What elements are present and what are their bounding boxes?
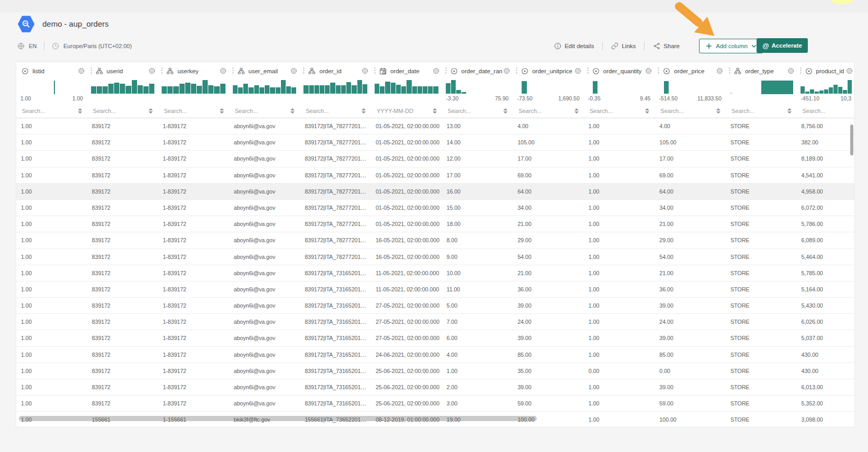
table-row[interactable]: 1.008391721-839172aboyn6i@va.gov839172|I… (16, 249, 854, 265)
column-header-order_id[interactable]: order_id (300, 62, 371, 80)
column-header-order_date_ran[interactable]: order_date_ran (442, 62, 513, 80)
gear-icon[interactable] (574, 67, 582, 75)
sort-icon-order_date_ran[interactable] (503, 108, 508, 114)
sort-icon-order_id[interactable] (362, 108, 366, 114)
table-row[interactable]: 1.008391721-839172aboyn6i@va.gov839172|I… (16, 281, 854, 298)
drag-dots-handle[interactable] (516, 67, 517, 75)
table-row[interactable]: 1.008391721-839172aboyn6i@va.gov839172|I… (16, 184, 854, 200)
histogram-product_id[interactable] (797, 80, 855, 95)
table-row[interactable]: 1.008391721-839172aboyn6i@va.gov839172|I… (16, 298, 854, 314)
histogram-userkey[interactable] (158, 80, 229, 95)
add-column-button[interactable]: Add column (699, 39, 763, 53)
sort-icon-user_email[interactable] (290, 108, 295, 114)
histogram-bar (833, 85, 838, 94)
gear-icon[interactable] (148, 67, 156, 75)
table-row[interactable]: 1.008391721-839172aboyn6i@va.gov839172|I… (16, 216, 854, 232)
gear-icon[interactable] (787, 67, 795, 75)
search-input-order_date[interactable] (376, 107, 424, 115)
sort-icon-listid[interactable] (78, 108, 82, 114)
search-input-order_id[interactable] (305, 107, 353, 115)
column-header-product_id[interactable]: product_id (797, 62, 855, 80)
drag-dots-handle[interactable] (587, 67, 589, 75)
column-header-user_email[interactable]: user_email (229, 62, 300, 80)
search-input-order_date_ran[interactable] (447, 107, 495, 115)
search-input-userid[interactable] (92, 107, 141, 115)
drag-dots-handle[interactable] (303, 67, 305, 75)
gear-icon[interactable] (432, 67, 440, 75)
cell-order_date_ran: 7.00 (442, 314, 513, 330)
search-input-listid[interactable] (21, 107, 70, 115)
gear-icon[interactable] (219, 67, 227, 75)
sort-icon-order_quantity[interactable] (645, 108, 649, 114)
table-row[interactable]: 1.008391721-839172aboyn6i@va.gov839172|I… (16, 151, 854, 167)
column-header-userid[interactable]: userid (87, 62, 159, 80)
vertical-scrollbar[interactable] (850, 125, 853, 155)
table-row[interactable]: 1.008391721-839172aboyn6i@va.gov839172|I… (16, 347, 854, 363)
histogram-listid[interactable] (16, 80, 87, 95)
table-row[interactable]: 1.008391721-839172aboyn6i@va.gov839172|I… (16, 167, 854, 184)
table-row[interactable]: 1.008391721-839172aboyn6i@va.gov839172|I… (16, 363, 854, 379)
sort-icon-userid[interactable] (149, 108, 153, 114)
search-input-userkey[interactable] (163, 107, 211, 115)
horizontal-scrollbar[interactable] (19, 416, 537, 421)
histogram-order_unitprice[interactable] (513, 80, 584, 95)
histogram-user_email[interactable] (229, 80, 300, 95)
sort-icon-order_price[interactable] (716, 108, 720, 114)
accelerate-button[interactable]: @ Accelerate (757, 38, 808, 53)
table-row[interactable]: 1.008391721-839172aboyn6i@va.gov839172|I… (16, 314, 854, 330)
drag-dots-handle[interactable] (800, 67, 802, 75)
edit-details-button[interactable]: Edit details (554, 42, 594, 50)
histogram-bar (126, 86, 131, 94)
cell-product_id: 382.00 (797, 134, 855, 150)
table-row[interactable]: 1.008391721-839172aboyn6i@va.gov839172|I… (16, 265, 854, 281)
histogram-order_type[interactable] (726, 80, 797, 95)
search-input-product_id[interactable] (802, 107, 841, 115)
table-row[interactable]: 1.008391721-839172aboyn6i@va.gov839172|I… (16, 379, 854, 396)
search-input-order_price[interactable] (659, 107, 708, 115)
sort-icon-userkey[interactable] (220, 108, 224, 114)
gear-icon[interactable] (645, 67, 652, 75)
sort-icon-order_type[interactable] (787, 108, 792, 114)
table-row[interactable]: 1.008391721-839172aboyn6i@va.gov839172|I… (16, 200, 854, 216)
share-button[interactable]: Share (653, 42, 680, 50)
gear-icon[interactable] (716, 67, 724, 75)
table-row[interactable]: 1.008391721-839172aboyn6i@va.gov839172|I… (16, 330, 854, 346)
histogram-order_price[interactable] (655, 80, 726, 95)
histogram-order_id[interactable] (300, 80, 371, 95)
table-row[interactable]: 1.008391721-839172aboyn6i@va.gov839172|I… (16, 118, 854, 134)
table-row[interactable]: 1.008391721-839172aboyn6i@va.gov839172|I… (16, 134, 854, 151)
drag-dots-handle[interactable] (658, 67, 659, 75)
column-header-userkey[interactable]: userkey (158, 62, 229, 80)
search-input-order_unitprice[interactable] (517, 107, 566, 115)
language-selector[interactable]: EN (29, 43, 37, 49)
column-header-listid[interactable]: listid (16, 62, 87, 80)
gear-icon[interactable] (77, 67, 85, 75)
histogram-userid[interactable] (87, 80, 159, 95)
drag-dots-handle[interactable] (161, 67, 163, 75)
gear-icon[interactable] (503, 67, 511, 75)
table-row[interactable]: 1.008391721-839172aboyn6i@va.gov839172|I… (16, 396, 854, 412)
sort-icon-order_unitprice[interactable] (574, 108, 579, 114)
drag-dots-handle[interactable] (91, 67, 92, 75)
column-header-order_quantity[interactable]: order_quantity (584, 62, 655, 80)
links-button[interactable]: Links (611, 42, 636, 50)
sort-icon-order_date[interactable] (433, 108, 437, 114)
search-input-order_quantity[interactable] (589, 107, 637, 115)
search-input-user_email[interactable] (234, 107, 283, 115)
column-header-order_price[interactable]: order_price (655, 62, 726, 80)
gear-icon[interactable] (846, 67, 853, 75)
gear-icon[interactable] (290, 67, 298, 75)
column-header-order_unitprice[interactable]: order_unitprice (513, 62, 584, 80)
drag-dots-handle[interactable] (729, 67, 730, 75)
histogram-order_date[interactable] (371, 80, 442, 95)
histogram-order_quantity[interactable] (584, 80, 655, 95)
gear-icon[interactable] (361, 67, 369, 75)
column-header-order_type[interactable]: order_type (726, 62, 797, 80)
search-input-order_type[interactable] (730, 107, 779, 115)
drag-dots-handle[interactable] (445, 67, 447, 75)
table-row[interactable]: 1.008391721-839172aboyn6i@va.gov839172|I… (16, 232, 854, 248)
histogram-order_date_ran[interactable] (442, 80, 513, 95)
drag-dots-handle[interactable] (374, 67, 376, 75)
column-header-order_date[interactable]: order_date (371, 62, 442, 80)
drag-dots-handle[interactable] (232, 67, 234, 75)
